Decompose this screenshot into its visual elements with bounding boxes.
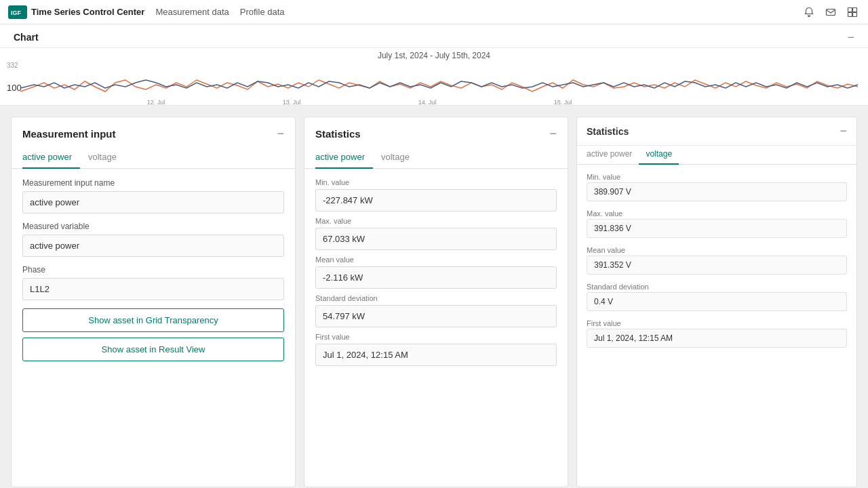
measurement-input-collapse[interactable]: −: [277, 127, 284, 141]
statistics-collapse[interactable]: −: [549, 127, 557, 141]
right-statistics-header: Statistics −: [577, 117, 856, 146]
stat-mean: Mean value -2.116 kW: [315, 256, 557, 289]
right-stat-std-label: Standard deviation: [577, 279, 856, 292]
chart-header: Chart −: [0, 24, 868, 48]
stat-min: Min. value -227.847 kW: [315, 178, 557, 211]
field-phase: Phase L1L2: [22, 265, 284, 300]
svg-text:15. Jul: 15. Jul: [554, 99, 572, 105]
measurement-input-body: Measurement input name active power Meas…: [12, 169, 295, 378]
tab-active-power[interactable]: active power: [22, 148, 80, 169]
stat-mean-label: Mean value: [315, 256, 557, 264]
right-stat-first-label: First value: [577, 315, 856, 329]
field-name: Measurement input name active power: [22, 178, 284, 214]
right-stat-max-label: Max. value: [577, 205, 856, 219]
stat-std-value: 54.797 kW: [315, 305, 557, 327]
right-stats-tab-active-power[interactable]: active power: [587, 146, 639, 165]
field-variable-value: active power: [22, 235, 284, 257]
stat-min-value: -227.847 kW: [315, 189, 557, 211]
right-statistics-body: Min. value 389.907 V Max. value 391.836 …: [577, 165, 856, 348]
field-variable: Measured variable active power: [22, 222, 284, 257]
right-stat-min-label: Min. value: [577, 169, 856, 182]
tab-voltage[interactable]: voltage: [80, 148, 125, 169]
stat-std: Standard deviation 54.797 kW: [315, 294, 557, 327]
svg-text:12. Jul: 12. Jul: [147, 99, 165, 105]
svg-text:14. Jul: 14. Jul: [418, 99, 437, 105]
field-phase-label: Phase: [22, 265, 284, 274]
stats-tab-voltage[interactable]: voltage: [373, 148, 418, 169]
chart-collapse-btn[interactable]: −: [847, 31, 854, 43]
stat-max: Max. value 67.033 kW: [315, 217, 557, 250]
chart-scale-labels: 332 100: [7, 62, 22, 93]
svg-text:13. Jul: 13. Jul: [283, 99, 301, 105]
stat-min-label: Min. value: [315, 178, 557, 186]
right-stat-min-value: 389.907 V: [587, 182, 847, 201]
measurement-input-title: Measurement input: [22, 128, 116, 140]
show-grid-transparency-button[interactable]: Show asset in Grid Transparency: [22, 308, 284, 332]
field-variable-label: Measured variable: [22, 222, 284, 231]
nav-measurement[interactable]: Measurement data: [155, 7, 229, 17]
statistics-header: Statistics −: [304, 117, 568, 148]
measurement-input-tabs: active power voltage: [12, 148, 295, 169]
right-statistics-tabs: active power voltage: [577, 146, 856, 165]
right-statistics-title: Statistics: [587, 126, 629, 137]
topnav: IGF Time Series Control Center Measureme…: [0, 0, 868, 24]
svg-rect-6: [853, 12, 857, 16]
stat-std-label: Standard deviation: [315, 294, 557, 302]
scale-label-bottom: 100: [7, 83, 22, 93]
stat-first-value: Jul 1, 2024, 12:15 AM: [315, 344, 557, 366]
field-name-label: Measurement input name: [22, 178, 284, 188]
app-title: Time Series Control Center: [31, 7, 144, 17]
right-stat-first-value: Jul 1, 2024, 12:15 AM: [587, 329, 847, 348]
chart-date-range: July 1st, 2024 - July 15th, 2024: [0, 48, 868, 62]
stat-mean-value: -2.116 kW: [315, 266, 557, 289]
nav-profile[interactable]: Profile data: [240, 7, 285, 17]
statistics-panel: Statistics − active power voltage Min. v…: [304, 117, 568, 487]
nav-icons: [802, 5, 860, 20]
right-stat-min: Min. value 389.907 V: [577, 169, 856, 201]
table-icon[interactable]: [845, 5, 860, 20]
right-stat-max: Max. value 391.836 V: [577, 205, 856, 238]
bell-icon[interactable]: [802, 5, 816, 20]
svg-rect-2: [827, 9, 835, 15]
stat-max-value: 67.033 kW: [315, 228, 557, 250]
svg-rect-4: [853, 7, 857, 12]
measurement-input-header: Measurement input −: [12, 117, 295, 148]
right-stat-max-value: 391.836 V: [587, 219, 847, 238]
right-statistics-collapse[interactable]: −: [840, 124, 847, 138]
right-stat-std-value: 0.4 V: [587, 292, 847, 311]
statistics-title: Statistics: [315, 128, 361, 140]
right-stat-first: First value Jul 1, 2024, 12:15 AM: [577, 315, 856, 348]
field-phase-value: L1L2: [22, 278, 284, 300]
right-stat-mean: Mean value 391.352 V: [577, 242, 856, 274]
statistics-body: Min. value -227.847 kW Max. value 67.033…: [304, 169, 568, 382]
right-stat-mean-label: Mean value: [577, 242, 856, 256]
stat-max-label: Max. value: [315, 217, 557, 225]
chart-title: Chart: [14, 32, 39, 43]
show-result-view-button[interactable]: Show asset in Result View: [22, 338, 284, 361]
stats-tab-active-power[interactable]: active power: [315, 148, 373, 169]
envelope-icon[interactable]: [823, 5, 838, 20]
chart-overview: July 1st, 2024 - July 15th, 2024 332 100…: [0, 48, 868, 106]
right-stat-mean-value: 391.352 V: [587, 256, 847, 274]
stat-first: First value Jul 1, 2024, 12:15 AM: [315, 333, 557, 366]
statistics-tabs: active power voltage: [304, 148, 568, 169]
stat-first-label: First value: [315, 333, 557, 341]
field-name-value: active power: [22, 191, 284, 214]
main-content: Measurement input − active power voltage…: [0, 106, 868, 487]
chart-sparkline: 12. Jul 13. Jul 14. Jul 15. Jul: [20, 68, 861, 105]
scale-label-top: 332: [7, 62, 22, 69]
logo: IGF Time Series Control Center: [8, 5, 144, 19]
right-stats-tab-voltage[interactable]: voltage: [639, 146, 679, 165]
svg-text:IGF: IGF: [11, 9, 22, 16]
svg-rect-3: [848, 7, 852, 12]
right-stat-std: Standard deviation 0.4 V: [577, 279, 856, 311]
right-statistics-panel: Statistics − active power voltage Min. v…: [576, 117, 857, 487]
svg-rect-5: [848, 12, 852, 16]
measurement-input-panel: Measurement input − active power voltage…: [11, 117, 296, 487]
logo-icon: IGF: [8, 5, 27, 19]
